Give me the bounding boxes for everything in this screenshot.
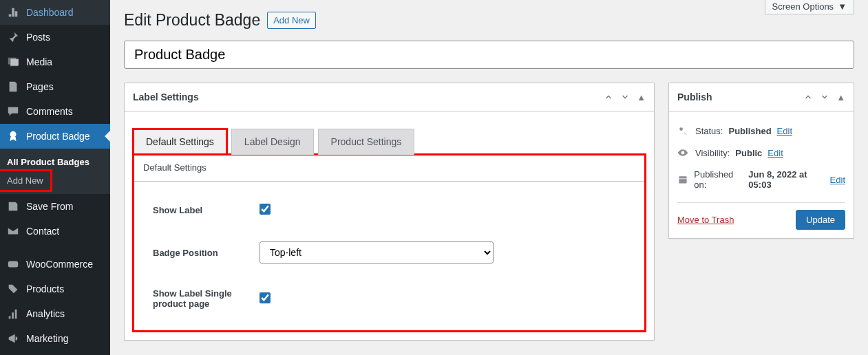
show-single-label: Show Label Single product page [153,288,260,309]
sidebar-item-label: Analytics [26,308,65,319]
svg-rect-3 [679,176,686,183]
publish-heading: Publish [677,83,712,111]
sidebar-item-contact[interactable]: Contact [0,219,110,244]
update-button[interactable]: Update [796,210,845,230]
sidebar-item-pages[interactable]: Pages [0,74,110,99]
sidebar-item-marketing[interactable]: Marketing [0,326,110,351]
dashboard-icon [7,6,21,19]
label-settings-heading: Label Settings [133,83,199,111]
published-label: Published on: [694,169,743,190]
screen-options-button[interactable]: Screen Options ▼ [765,0,854,14]
media-icon [7,55,21,69]
pages-icon [7,80,21,94]
comments-icon [7,105,21,118]
edit-visibility-link[interactable]: Edit [768,148,783,158]
chevron-down-icon[interactable] [820,92,829,103]
badge-icon [7,129,21,143]
products-icon [7,282,21,296]
main-content: Screen Options ▼ Edit Product Badge Add … [110,0,868,355]
badge-position-select[interactable]: Top-left [260,241,494,263]
key-icon [677,125,690,136]
eye-icon [677,147,690,158]
publish-box: Publish ▲ Status: Published Edit [668,83,854,239]
add-new-button[interactable]: Add New [267,12,316,29]
megaphone-icon [7,332,21,345]
admin-sidebar: Dashboard Posts Media Pages Comments Pro… [0,0,110,355]
envelope-icon [7,224,21,238]
post-title-input[interactable] [124,41,854,69]
show-label-checkbox[interactable] [260,204,271,215]
submenu-item-add-new[interactable]: Add New [0,171,50,190]
sidebar-item-label: Posts [26,32,50,43]
caret-up-icon[interactable]: ▲ [637,92,646,103]
sidebar-item-label: Pages [26,81,54,92]
sidebar-item-label: Product Badge [26,131,90,142]
svg-rect-1 [8,261,18,268]
sidebar-item-label: Save From [26,201,73,212]
tab-label-design[interactable]: Label Design [231,129,314,155]
sidebar-item-label: Dashboard [26,7,74,18]
visibility-label: Visibility: [695,148,730,158]
published-value: Jun 8, 2022 at 05:03 [748,169,824,190]
woo-icon [7,257,21,271]
sidebar-item-label: Media [26,56,52,67]
calendar-icon [677,174,688,185]
visibility-value: Public [735,148,762,158]
chevron-down-icon[interactable] [620,92,630,103]
screen-options-label: Screen Options [772,1,834,12]
chevron-up-icon[interactable] [604,92,613,103]
caret-up-icon[interactable]: ▲ [836,92,845,103]
tab-default-settings[interactable]: Default Settings [133,129,227,155]
edit-date-link[interactable]: Edit [830,175,845,185]
submenu-item-all-badges[interactable]: All Product Badges [0,153,110,171]
pin-icon [7,30,21,44]
sidebar-item-posts[interactable]: Posts [0,25,110,50]
chevron-down-icon: ▼ [838,1,847,12]
page-title: Edit Product Badge [124,11,260,30]
sidebar-item-comments[interactable]: Comments [0,99,110,124]
sidebar-item-label: Products [26,283,64,294]
svg-point-2 [679,127,683,131]
tab-product-settings[interactable]: Product Settings [318,129,415,155]
status-label: Status: [695,126,723,136]
sidebar-item-label: Contact [26,226,59,237]
section-title: Default Settings [134,154,645,182]
sidebar-item-label: Comments [26,106,73,117]
sidebar-item-product-badge[interactable]: Product Badge [0,124,110,149]
svg-point-0 [10,131,17,138]
sidebar-item-label: Marketing [26,333,68,344]
sidebar-item-label: WooCommerce [26,259,93,270]
sidebar-item-woocommerce[interactable]: WooCommerce [0,252,110,277]
status-value: Published [728,126,771,136]
tabs: Default Settings Label Design Product Se… [133,120,646,155]
tab-content-default: Default Settings Show Label Badge Positi… [133,154,646,332]
sidebar-item-dashboard[interactable]: Dashboard [0,0,110,25]
move-to-trash-link[interactable]: Move to Trash [677,215,734,225]
edit-status-link[interactable]: Edit [777,126,792,136]
save-icon [7,200,21,213]
show-single-checkbox[interactable] [260,292,271,303]
sidebar-item-analytics[interactable]: Analytics [0,301,110,326]
chevron-up-icon[interactable] [803,92,813,103]
badge-position-label: Badge Position [153,248,260,258]
sidebar-item-media[interactable]: Media [0,50,110,74]
sidebar-item-products[interactable]: Products [0,277,110,301]
label-settings-box: Label Settings ▲ Default Settings Label … [124,83,655,341]
show-label-label: Show Label [153,205,260,215]
analytics-icon [7,307,21,321]
sidebar-submenu: All Product Badges Add New [0,149,110,194]
sidebar-item-save-from[interactable]: Save From [0,194,110,219]
